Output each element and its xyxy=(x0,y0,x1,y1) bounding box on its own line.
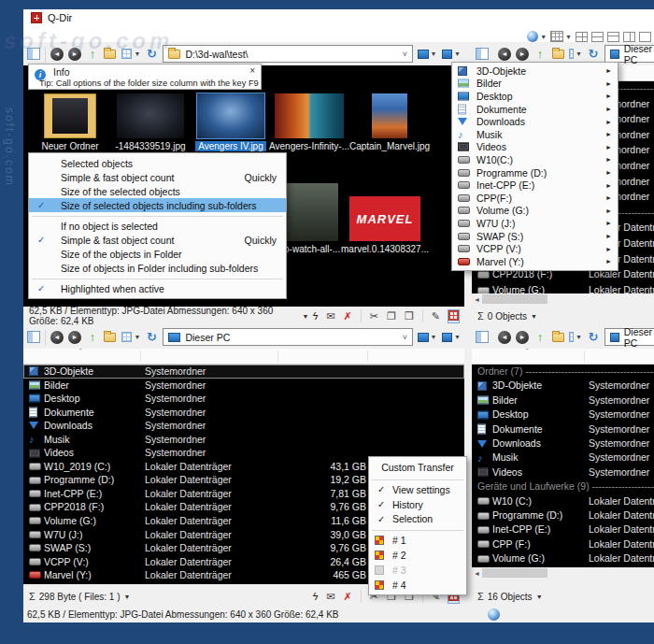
new-folder-button[interactable] xyxy=(104,46,117,63)
menu-item[interactable]: ✓ Highlighted when active xyxy=(29,281,286,295)
up-button[interactable]: ↑ xyxy=(86,329,99,346)
menu-bar-item[interactable] xyxy=(40,34,53,36)
file-row[interactable]: Ordner (7) -----------------------------… xyxy=(472,365,654,379)
globe-icon[interactable] xyxy=(488,608,500,621)
menu-item[interactable]: Desktop ► xyxy=(452,90,618,103)
menu-bar-item[interactable] xyxy=(53,34,66,36)
status-dropdown-icon[interactable]: ▼ xyxy=(531,313,537,320)
address-dropdown-icon[interactable]: ˅ xyxy=(403,50,407,59)
back-button[interactable]: ◄ xyxy=(498,48,511,61)
folder-tree-toggle-button[interactable] xyxy=(27,329,40,346)
file-row[interactable]: Volume (G:) Lokaler Datenträger xyxy=(472,283,654,293)
status-dropdown-icon[interactable]: ▼ xyxy=(536,594,543,600)
menu-item[interactable]: ✓ Size of objects in Folder including su… xyxy=(29,261,286,275)
back-button[interactable]: ◄ xyxy=(50,48,64,61)
refresh-button[interactable]: ↻ xyxy=(145,46,158,63)
folder-tree-toggle-button[interactable] xyxy=(27,46,40,63)
address-bar[interactable]: Dieser PC xyxy=(604,328,654,346)
menu-item[interactable]: ✓ # 4 xyxy=(369,578,466,593)
scroll-left-icon[interactable]: ◄ xyxy=(472,570,482,577)
menu-item[interactable]: Programme (D:) ► xyxy=(452,166,618,179)
menu-item[interactable]: ✓ Size of the selected objects xyxy=(29,184,286,198)
file-row[interactable]: 3D-Objekte Systemordner xyxy=(23,365,464,379)
horizontal-scrollbar[interactable]: ◄ xyxy=(472,293,654,305)
pane-target-button-2[interactable]: ▼ xyxy=(442,329,461,346)
file-thumbnail[interactable]: Avengers IV.jpg xyxy=(192,93,269,151)
menu-item[interactable]: Downloads ► xyxy=(452,115,618,128)
file-row[interactable]: Musik Systemordner xyxy=(472,451,654,465)
menu-item[interactable]: ✓ xyxy=(369,476,466,482)
file-row[interactable]: Dokumente Systemordner xyxy=(23,406,464,420)
forward-button[interactable]: ► xyxy=(516,331,529,344)
file-row[interactable]: Musik Systemordner xyxy=(23,433,464,447)
folder-tree-toggle-button[interactable] xyxy=(476,46,489,63)
menu-item[interactable]: ✓ Simple & fast object count Quickly xyxy=(29,170,286,184)
menu-bar-item[interactable] xyxy=(92,34,106,36)
horizontal-scrollbar[interactable]: ◄ xyxy=(472,567,654,579)
new-folder-button[interactable] xyxy=(551,46,564,63)
file-row[interactable]: Desktop Systemordner xyxy=(23,392,464,406)
menu-item[interactable]: Dokumente ► xyxy=(452,103,618,116)
pane-target-button-1[interactable]: ▼ xyxy=(418,329,436,346)
menu-item[interactable]: 3D-Objekte ► xyxy=(452,64,618,78)
menu-bar-item[interactable] xyxy=(66,34,79,36)
scrollbar-thumb[interactable] xyxy=(482,294,547,304)
menu-item[interactable]: VCPP (V:) ► xyxy=(452,242,618,255)
view-mode-button[interactable]: ▼ xyxy=(121,329,140,346)
pane-target-button-2[interactable]: ▼ xyxy=(442,46,461,63)
menu-item[interactable]: Inet-CPP (E:) ► xyxy=(452,179,618,192)
flash-icon[interactable]: ϟ xyxy=(313,591,319,602)
menu-item[interactable]: Videos ► xyxy=(452,141,618,154)
file-row[interactable]: 3D-Objekte Systemordner xyxy=(472,379,654,393)
menu-item[interactable]: Volume (G:) ► xyxy=(452,205,618,218)
file-row[interactable]: Volume (G:) Lokaler Datenträger xyxy=(472,551,654,565)
layout-vsplit-button[interactable] xyxy=(623,32,635,42)
menu-item[interactable]: Musik ► xyxy=(452,128,618,141)
file-row[interactable]: Programme (D:) Lokaler Datenträger xyxy=(472,508,654,522)
view-mode-button[interactable]: ▼ xyxy=(569,46,582,63)
up-button[interactable]: ↑ xyxy=(533,329,547,346)
file-thumbnail[interactable]: -1484339519.jpg xyxy=(112,93,189,151)
cut-icon[interactable]: ✂ xyxy=(370,310,378,322)
file-row[interactable]: CPP (F:) Lokaler Datenträger xyxy=(472,537,654,551)
file-thumbnail[interactable]: MARVEL marvel.0.14308327... xyxy=(347,196,423,254)
file-thumbnail[interactable]: Avengers-Infinity-... xyxy=(271,93,348,151)
refresh-button[interactable]: ↻ xyxy=(587,329,600,346)
file-row[interactable]: Desktop Systemordner xyxy=(472,408,654,422)
menu-item[interactable]: W10(C:) ► xyxy=(452,153,618,166)
menu-item[interactable]: ✓ Simple & fast object count Quickly xyxy=(29,233,286,247)
layout-single-button[interactable] xyxy=(639,32,651,42)
menu-bar-item[interactable] xyxy=(27,34,40,36)
back-button[interactable]: ◄ xyxy=(498,331,511,344)
view-mode-button[interactable]: ▼ xyxy=(121,46,140,63)
copy-icon[interactable]: ❐ xyxy=(387,310,396,322)
menu-item[interactable]: ✓ # 2 xyxy=(369,548,466,563)
menu-item[interactable]: ✓ xyxy=(369,526,466,533)
menu-item[interactable]: ✓ # 1 xyxy=(369,533,466,548)
menu-item[interactable]: SWAP (S:) ► xyxy=(452,230,618,243)
up-button[interactable]: ↑ xyxy=(533,46,547,63)
file-row[interactable]: W10 (C:) Lokaler Datenträger xyxy=(472,494,654,508)
menu-item[interactable]: ✓ View settings xyxy=(369,482,466,497)
file-thumbnail[interactable]: Captain_Marvel.jpg xyxy=(351,93,428,151)
layout-hsplit-button[interactable] xyxy=(591,32,604,42)
menu-item[interactable]: ✓ History xyxy=(369,497,466,512)
mail-icon[interactable]: ✉ xyxy=(326,591,334,602)
menu-item[interactable]: ✓ If no object is selected xyxy=(29,219,286,233)
mail-icon[interactable]: ✉ xyxy=(326,310,334,322)
file-row[interactable]: Dokumente Systemordner xyxy=(472,422,654,436)
menu-item[interactable]: ✓ xyxy=(29,275,286,281)
status-dropdown-icon[interactable]: ▼ xyxy=(124,594,131,600)
view-mode-button[interactable]: ▼ xyxy=(569,329,582,346)
close-icon[interactable]: × xyxy=(249,65,255,76)
address-dropdown-icon[interactable]: ˅ xyxy=(403,333,407,342)
flash-icon[interactable]: ϟ xyxy=(313,310,319,322)
menu-item[interactable]: ✓ xyxy=(29,212,286,219)
delete-icon[interactable]: ✗ xyxy=(344,591,352,602)
file-row[interactable]: Inet-CPP (E:) Lokaler Datenträger xyxy=(472,522,654,537)
bottom-right-file-list[interactable]: Ordner (7) -----------------------------… xyxy=(472,365,654,567)
menu-item[interactable]: Marvel (Y:) ► xyxy=(452,255,618,268)
menu-item[interactable]: ✓ # 3 xyxy=(369,563,466,578)
menu-item[interactable]: ✓ Selected objects xyxy=(29,156,286,170)
file-row[interactable]: Downloads Systemordner xyxy=(472,436,654,451)
